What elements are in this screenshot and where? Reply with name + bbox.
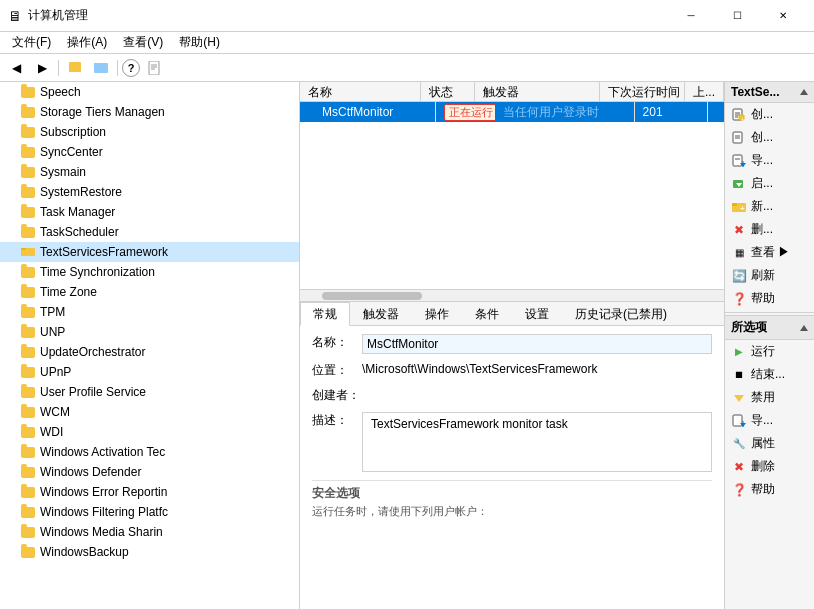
sidebar-item-taskmanager[interactable]: Task Manager	[0, 202, 299, 222]
forward-button[interactable]: ▶	[30, 57, 54, 79]
sidebar-item-windowsbackup[interactable]: WindowsBackup	[0, 542, 299, 562]
ops-help2[interactable]: ❓ 帮助	[725, 478, 814, 501]
ops-enable[interactable]: 启...	[725, 172, 814, 195]
task-time-cell: 201	[635, 102, 708, 122]
sidebar-item-sysmain[interactable]: Sysmain	[0, 162, 299, 182]
detail-tabs: 常规 触发器 操作 条件 设置 历史记录(已禁用)	[300, 302, 724, 326]
sidebar-item-unp[interactable]: UNP	[0, 322, 299, 342]
task-status-cell: 正在运行	[436, 102, 495, 122]
svg-rect-4	[149, 61, 159, 75]
menu-view[interactable]: 查看(V)	[115, 32, 171, 53]
ops-create1[interactable]: + 创...	[725, 103, 814, 126]
sidebar-item-windefender[interactable]: Windows Defender	[0, 462, 299, 482]
folder-icon	[20, 404, 36, 420]
ops-create2[interactable]: 创...	[725, 126, 814, 149]
sidebar-item-wdi[interactable]: WDI	[0, 422, 299, 442]
tab-settings[interactable]: 设置	[512, 302, 562, 326]
col-name[interactable]: 名称	[300, 82, 421, 102]
ops-delete2[interactable]: ✖ 删除	[725, 455, 814, 478]
help1-icon: ❓	[731, 291, 747, 307]
sidebar-item-taskscheduler[interactable]: TaskScheduler	[0, 222, 299, 242]
sidebar-item-tpm[interactable]: TPM	[0, 302, 299, 322]
menu-bar: 文件(F) 操作(A) 查看(V) 帮助(H)	[0, 32, 814, 54]
sidebar-item-winactivation[interactable]: Windows Activation Tec	[0, 442, 299, 462]
col-trigger[interactable]: 触发器	[475, 82, 600, 102]
back-button[interactable]: ◀	[4, 57, 28, 79]
task-trigger-cell: 当任何用户登录时	[495, 102, 635, 122]
sidebar-item-systemrestore[interactable]: SystemRestore	[0, 182, 299, 202]
svg-text:+: +	[741, 116, 745, 122]
col-status[interactable]: 状态	[421, 82, 475, 102]
ops-export2[interactable]: 导...	[725, 409, 814, 432]
up-button[interactable]	[63, 57, 87, 79]
sidebar-item-upnp[interactable]: UPnP	[0, 362, 299, 382]
sidebar-item-synccenter[interactable]: SyncCenter	[0, 142, 299, 162]
ops-run[interactable]: ▶ 运行	[725, 340, 814, 363]
close-button[interactable]: ✕	[760, 0, 806, 32]
delete2-icon: ✖	[731, 459, 747, 475]
new-folder-icon: +	[731, 199, 747, 215]
ops-refresh[interactable]: 🔄 刷新	[725, 264, 814, 287]
status-badge: 正在运行	[444, 104, 495, 121]
sidebar-item-storage[interactable]: Storage Tiers Managen	[0, 102, 299, 122]
task-status-dot	[308, 109, 314, 115]
menu-help[interactable]: 帮助(H)	[171, 32, 228, 53]
sidebar-item-winmedia[interactable]: Windows Media Sharin	[0, 522, 299, 542]
delete1-icon: ✖	[731, 222, 747, 238]
ops-stop[interactable]: ⏹ 结束...	[725, 363, 814, 386]
run-icon: ▶	[731, 344, 747, 360]
folder-icon	[20, 204, 36, 220]
menu-file[interactable]: 文件(F)	[4, 32, 59, 53]
task-lastrun-cell	[708, 102, 724, 122]
maximize-button[interactable]: ☐	[714, 0, 760, 32]
tab-triggers[interactable]: 触发器	[350, 302, 412, 326]
sidebar-item-textservices[interactable]: TextServicesFramework	[0, 242, 299, 262]
properties-icon: 🔧	[731, 436, 747, 452]
sidebar-item-speech[interactable]: Speech	[0, 82, 299, 102]
ops-section2-title: 所选项	[725, 315, 814, 340]
sidebar-item-userprofile[interactable]: User Profile Service	[0, 382, 299, 402]
sidebar-item-updateorchestrator[interactable]: UpdateOrchestrator	[0, 342, 299, 362]
detail-content: 名称： MsCtfMonitor 位置： \Microsoft\Windows\…	[300, 326, 724, 609]
task-row[interactable]: MsCtfMonitor 正在运行 当任何用户登录时 201	[300, 102, 724, 122]
sidebar-item-winfiltering[interactable]: Windows Filtering Platfc	[0, 502, 299, 522]
tab-general[interactable]: 常规	[300, 302, 350, 326]
ops-help1[interactable]: ❓ 帮助	[725, 287, 814, 310]
create-icon: +	[731, 107, 747, 123]
page-button[interactable]	[142, 57, 166, 79]
ops-view[interactable]: ▦ 查看 ▶	[725, 241, 814, 264]
sidebar-item-subscription[interactable]: Subscription	[0, 122, 299, 142]
ops-new[interactable]: + 新...	[725, 195, 814, 218]
folder-icon	[20, 144, 36, 160]
folder-button[interactable]	[89, 57, 113, 79]
tab-actions[interactable]: 操作	[412, 302, 462, 326]
sidebar-item-winerror[interactable]: Windows Error Reportin	[0, 482, 299, 502]
sidebar-item-timezone[interactable]: Time Zone	[0, 282, 299, 302]
tab-conditions[interactable]: 条件	[462, 302, 512, 326]
task-list-area: 名称 状态 触发器 下次运行时间 上... MsCtfMonitor 正在运行 …	[300, 82, 724, 302]
tab-history[interactable]: 历史记录(已禁用)	[562, 302, 680, 326]
enable-icon	[731, 176, 747, 192]
export-icon	[731, 153, 747, 169]
sidebar-item-wcm[interactable]: WCM	[0, 402, 299, 422]
ops-disable[interactable]: 禁用	[725, 386, 814, 409]
security-label: 安全选项	[312, 485, 712, 502]
scrollbar-thumb	[322, 292, 422, 300]
sidebar: Speech Storage Tiers Managen Subscriptio…	[0, 82, 300, 609]
sidebar-item-timesync[interactable]: Time Synchronization	[0, 262, 299, 282]
col-lastrun[interactable]: 上...	[685, 82, 724, 102]
ops-properties[interactable]: 🔧 属性	[725, 432, 814, 455]
window-title: 计算机管理	[28, 7, 88, 24]
folder-icon-open	[20, 244, 36, 260]
help-button[interactable]: ?	[122, 59, 140, 77]
col-nextrun[interactable]: 下次运行时间	[600, 82, 685, 102]
ops-delete1[interactable]: ✖ 删...	[725, 218, 814, 241]
ops-export[interactable]: 导...	[725, 149, 814, 172]
svg-rect-1	[69, 65, 81, 72]
menu-action[interactable]: 操作(A)	[59, 32, 115, 53]
minimize-button[interactable]: ─	[668, 0, 714, 32]
folder-icon	[20, 364, 36, 380]
task-list-scrollbar[interactable]	[300, 289, 724, 301]
ops-delete1-label: 删...	[751, 221, 773, 238]
folder-icon	[20, 544, 36, 560]
